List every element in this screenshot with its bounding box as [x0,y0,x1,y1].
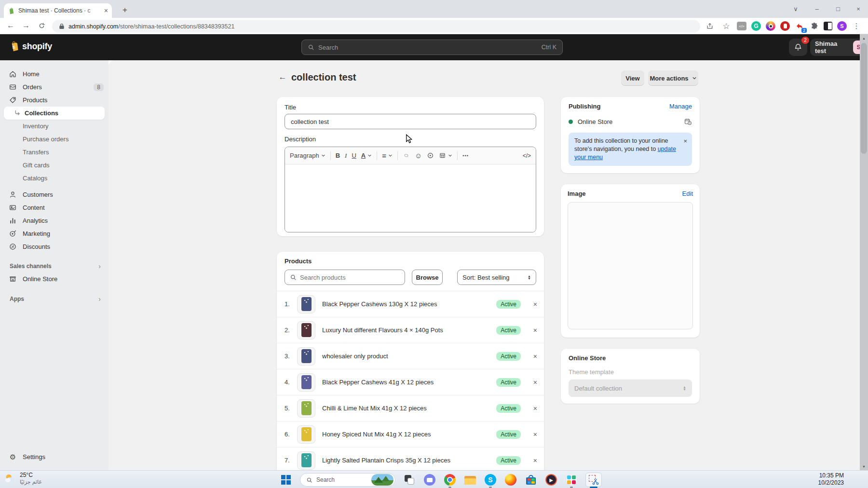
notifications-button[interactable]: 2 [789,39,807,56]
browser-forward-button[interactable]: → [19,19,33,32]
text-color-button[interactable]: A [361,152,372,159]
sidebar-item-online-store[interactable]: Online Store [0,272,108,285]
banner-close-icon[interactable]: × [683,137,687,162]
taskbar-search-input[interactable] [316,476,367,483]
badge-extension-icon[interactable]: 2 [795,21,804,31]
product-name[interactable]: Chilli & Lime Nut Mix 41g X 12 pieces [322,405,427,412]
link-button[interactable] [403,152,410,159]
product-row[interactable]: 7. Lightly Salted Plantain Crisps 35g X … [277,447,544,473]
slack-app-icon[interactable] [565,474,578,486]
window-maximize-button[interactable]: □ [827,0,849,18]
manage-link[interactable]: Manage [669,103,692,110]
code-view-button[interactable]: </> [523,152,531,159]
more-tools-button[interactable]: ••• [462,153,468,158]
apps-header[interactable]: Apps › [0,292,108,305]
sidebar-item-gift-cards[interactable]: Gift cards [0,159,108,172]
product-name[interactable]: wholesaler only product [322,352,388,360]
shopify-logo[interactable]: S shopify [9,41,52,52]
new-tab-button[interactable]: + [119,4,131,16]
window-chevron-icon[interactable]: ∨ [785,0,806,18]
sidebar-item-inventory[interactable]: Inventory [0,120,108,133]
product-name[interactable]: Black Pepper Cashews 41g X 12 pieces [322,379,434,386]
share-icon[interactable] [703,19,717,33]
microsoft-store-icon[interactable] [525,474,537,486]
remove-product-icon[interactable]: × [521,405,537,412]
taskbar-weather[interactable]: 25°C غائم جزئيًا [4,472,41,485]
product-row[interactable]: 3. wholesaler only product Active × [277,343,544,369]
browser-menu-icon[interactable]: ⋮ [852,21,861,31]
remove-product-icon[interactable]: × [521,431,537,438]
media-player-icon[interactable]: ▶ [545,474,557,486]
underline-button[interactable]: U [352,152,356,159]
sidebar-item-discounts[interactable]: Discounts [0,240,108,253]
skype-app-icon[interactable]: S [484,474,497,486]
scroll-down-icon[interactable]: ▼ [860,462,868,470]
chrome-app-icon[interactable] [444,474,456,486]
product-row[interactable]: 6. Honey Spiced Nut Mix 41g X 12 pieces … [277,421,544,447]
sidebar-item-orders[interactable]: Orders 8 [0,81,108,94]
product-row[interactable]: 4. Black Pepper Cashews 41g X 12 pieces … [277,369,544,395]
admin-search-bar[interactable]: Ctrl K [301,40,563,55]
product-name[interactable]: Black Pepper Cashews 130g X 12 pieces [322,300,437,308]
table-button[interactable] [439,152,452,159]
grammarly-extension-icon[interactable]: G [751,21,761,31]
sort-select[interactable]: Sort: Best selling ▲▼ [457,270,536,285]
sidebar-item-customers[interactable]: Customers [0,188,108,201]
sales-channels-header[interactable]: Sales channels › [0,259,108,272]
sidebar-item-marketing[interactable]: Marketing [0,227,108,240]
task-view-icon[interactable] [403,474,416,486]
puzzle-extension-icon[interactable] [809,21,819,31]
browser-reload-button[interactable] [35,19,48,32]
remove-product-icon[interactable]: × [521,457,537,464]
sidebar-item-transfers[interactable]: Transfers [0,146,108,159]
sidebar-item-catalogs[interactable]: Catalogs [0,172,108,185]
devtools-extension-icon[interactable]: </> [737,22,746,30]
page-scrollbar[interactable]: ▲ ▼ [860,34,868,470]
product-name[interactable]: Lightly Salted Plantain Crisps 35g X 12 … [322,457,450,464]
description-editor[interactable]: Paragraph B I U A ≡ ☺ [285,147,536,232]
page-back-button[interactable]: ← [276,70,289,84]
product-search-field[interactable] [285,270,405,285]
title-input[interactable] [285,114,536,129]
edit-image-link[interactable]: Edit [682,190,693,197]
blocker-extension-icon[interactable] [780,21,790,31]
address-bar[interactable]: admin.shopify.com/store/shimaa-test/coll… [52,20,700,33]
product-name[interactable]: Honey Spiced Nut Mix 41g X 12 pieces [322,431,431,438]
sidebar-item-home[interactable]: Home [0,68,108,81]
product-row[interactable]: 1. Black Pepper Cashews 130g X 12 pieces… [277,291,544,317]
bookmark-star-icon[interactable]: ☆ [719,19,733,33]
product-name[interactable]: Luxury Nut different Flavours 4 × 140g P… [322,326,443,334]
video-button[interactable] [427,152,434,159]
camera-extension-icon[interactable] [766,21,775,31]
browser-back-button[interactable]: ← [4,19,17,32]
sidebar-item-products[interactable]: Products [0,94,108,107]
alignment-button[interactable]: ≡ [382,151,393,160]
tab-close-icon[interactable]: × [104,7,108,14]
snipping-tool-icon[interactable] [585,473,602,487]
window-close-button[interactable]: × [848,0,868,18]
paragraph-style-dropdown[interactable]: Paragraph [290,152,326,159]
remove-product-icon[interactable]: × [521,379,537,386]
browse-button[interactable]: Browse [412,270,443,285]
store-account-menu[interactable]: Shimaa test St [810,39,868,56]
admin-search-input[interactable] [318,44,538,51]
sidebar-item-content[interactable]: Content [0,201,108,214]
product-search-input[interactable] [300,274,400,281]
italic-button[interactable]: I [345,152,347,160]
sidebar-item-collections[interactable]: Collections [4,107,105,120]
theme-template-select[interactable]: Default collection ▲▼ [569,380,692,397]
sidebar-item-settings[interactable]: ⚙ Settings [0,450,108,463]
view-button[interactable]: View [621,70,644,86]
remove-product-icon[interactable]: × [521,300,537,308]
remove-product-icon[interactable]: × [521,326,537,334]
taskbar-search[interactable] [300,473,395,487]
firefox-app-icon[interactable] [504,474,517,486]
window-minimize-button[interactable]: – [806,0,827,18]
scroll-up-icon[interactable]: ▲ [860,34,868,42]
schedule-icon[interactable] [684,118,692,126]
taskbar-clock[interactable]: 10:35 PM 10/2/2023 [818,472,844,487]
scrollbar-thumb[interactable] [861,43,867,154]
browser-tab[interactable]: Shimaa test · Collections · collec × [4,3,112,18]
start-button[interactable] [280,474,292,486]
product-row[interactable]: 5. Chilli & Lime Nut Mix 41g X 12 pieces… [277,395,544,421]
